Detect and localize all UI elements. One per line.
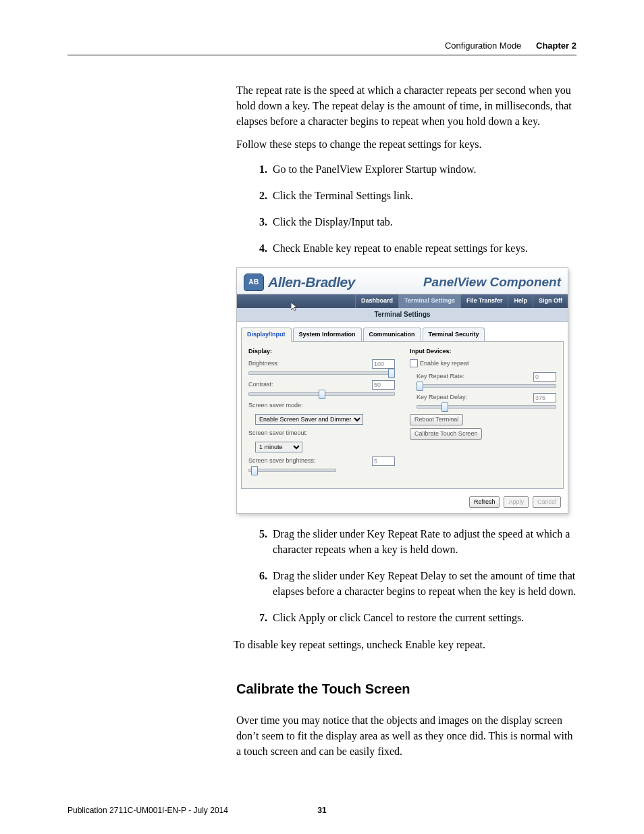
contrast-slider[interactable] [248,392,395,396]
tab-display-input[interactable]: Display/Input [241,328,292,342]
window-header: AB Allen-Bradley PanelView Component [237,268,568,294]
page-number: 31 [317,806,326,815]
key-repeat-delay-label: Key Repeat Delay: [417,393,533,402]
contrast-label: Contrast: [248,380,372,389]
body-column: The repeat rate is the speed at which a … [236,82,576,759]
ss-brightness-row: Screen saver brightness: [248,457,395,466]
key-repeat-rate-input[interactable] [533,372,556,382]
key-repeat-delay-input[interactable] [533,393,556,402]
step-3: 3.Click the Display/Input tab. [250,214,576,230]
input-devices-column: Input Devices: Enable key repeat Key Rep… [410,347,556,477]
display-heading: Display: [248,347,395,356]
calibrate-body: Over time you may notice that the object… [236,712,576,760]
cancel-button[interactable]: Cancel [533,496,561,508]
display-column: Display: Brightness: Contrast: [248,347,395,477]
intro-para-2: Follow these steps to change the repeat … [236,136,576,152]
enable-key-repeat-label: Enable key repeat [420,359,469,368]
chapter-label: Chapter 2 [536,41,576,51]
allen-bradley-wordmark: Allen-Bradley [268,272,355,292]
action-buttons-group-2: Calibrate Touch Screen [410,428,556,440]
brightness-input[interactable] [372,359,395,369]
brightness-slider[interactable] [248,371,395,375]
screen-saver-timeout-select[interactable]: 1 minute [255,442,302,452]
nav-help[interactable]: Help [508,294,533,308]
step-text: Go to the PanelView Explorer Startup win… [273,161,576,177]
screen-saver-timeout-row: 1 minute [255,442,395,452]
step-7: 7.Click Apply or click Cancel to restore… [250,610,576,625]
svg-marker-0 [291,303,297,311]
key-repeat-rate-label: Key Repeat Rate: [417,372,533,381]
intro-para-1: The repeat rate is the speed at which a … [236,82,576,130]
step-text: Click the Display/Input tab. [273,214,576,230]
nav-sign-off[interactable]: Sign Off [533,294,568,308]
brand-logo: AB Allen-Bradley [244,272,355,292]
steps-before-screenshot: 1.Go to the PanelView Explorer Startup w… [250,161,576,257]
page: Configuration Mode Chapter 2 The repeat … [0,0,644,834]
running-head: Configuration Mode Chapter 2 [68,41,576,51]
step-text: Click the Terminal Settings link. [273,188,576,203]
terminal-settings-title: Terminal Settings [237,308,568,323]
input-devices-heading: Input Devices: [410,347,556,356]
ss-brightness-input[interactable] [372,457,395,466]
page-footer: Publication 2711C-UM001I-EN-P - July 201… [68,806,576,815]
reboot-terminal-button[interactable]: Reboot Terminal [410,414,463,425]
step-text: Check Enable key repeat to enable repeat… [273,240,576,256]
screenshot-container: AB Allen-Bradley PanelView Component Das… [236,267,576,514]
step-4: 4.Check Enable key repeat to enable repe… [250,240,576,256]
action-buttons-group: Reboot Terminal [410,414,556,425]
nav-terminal-settings[interactable]: Terminal Settings [398,294,460,308]
top-nav-bar: Dashboard Terminal Settings File Transfe… [237,294,568,308]
after-steps-para: To disable key repeat settings, uncheck … [234,637,576,652]
contrast-row: Contrast: [248,380,395,390]
header-rule [68,55,576,55]
brightness-row: Brightness: [248,359,395,369]
step-1: 1.Go to the PanelView Explorer Startup w… [250,161,576,177]
footer-buttons: Refresh Apply Cancel [237,494,568,513]
step-text: Drag the slider under Key Repeat Delay t… [273,568,576,599]
step-text: Click Apply or click Cancel to restore t… [273,610,576,625]
badge-top: AB [248,279,259,286]
enable-key-repeat-row: Enable key repeat [410,359,556,368]
ab-badge-icon: AB [244,273,264,291]
publication-id: Publication 2711C-UM001I-EN-P - July 201… [68,806,228,815]
screen-saver-mode-row: Enable Screen Saver and Dimmer [255,414,395,425]
enable-key-repeat-checkbox[interactable] [410,359,418,367]
section-name: Configuration Mode [445,41,521,51]
refresh-button[interactable]: Refresh [469,496,500,508]
settings-panel: Display: Brightness: Contrast: [241,341,564,488]
ss-brightness-label: Screen saver brightness: [248,457,372,465]
key-repeat-delay-row: Key Repeat Delay: [417,393,556,402]
nav-file-transfer[interactable]: File Transfer [460,294,508,308]
screen-saver-mode-label: Screen saver mode: [248,401,395,410]
step-5: 5.Drag the slider under Key Repeat Rate … [250,526,576,557]
apply-button[interactable]: Apply [504,496,529,508]
section-heading-calibrate: Calibrate the Touch Screen [236,679,576,699]
step-text: Drag the slider under Key Repeat Rate to… [273,526,576,557]
step-6: 6.Drag the slider under Key Repeat Delay… [250,568,576,599]
key-repeat-rate-row: Key Repeat Rate: [417,372,556,382]
terminal-settings-window: AB Allen-Bradley PanelView Component Das… [236,267,568,514]
tab-communication[interactable]: Communication [363,328,421,342]
tab-system-information[interactable]: System Information [293,328,362,342]
brightness-label: Brightness: [248,359,372,368]
step-2: 2.Click the Terminal Settings link. [250,188,576,203]
key-repeat-delay-slider[interactable] [417,405,556,409]
screen-saver-mode-select[interactable]: Enable Screen Saver and Dimmer [255,414,363,425]
calibrate-touch-screen-button[interactable]: Calibrate Touch Screen [410,428,482,440]
steps-after-screenshot: 5.Drag the slider under Key Repeat Rate … [250,526,576,626]
panel-columns: Display: Brightness: Contrast: [248,347,556,477]
contrast-input[interactable] [372,380,395,390]
settings-tabs: Display/Input System Information Communi… [241,328,564,342]
key-repeat-rate-slider[interactable] [417,384,556,388]
screen-saver-timeout-label: Screen saver timeout: [248,429,395,438]
nav-dashboard[interactable]: Dashboard [355,294,398,308]
tab-terminal-security[interactable]: Terminal Security [423,328,485,342]
panelview-component-wordmark: PanelView Component [423,273,561,292]
ss-brightness-slider[interactable] [248,468,336,472]
